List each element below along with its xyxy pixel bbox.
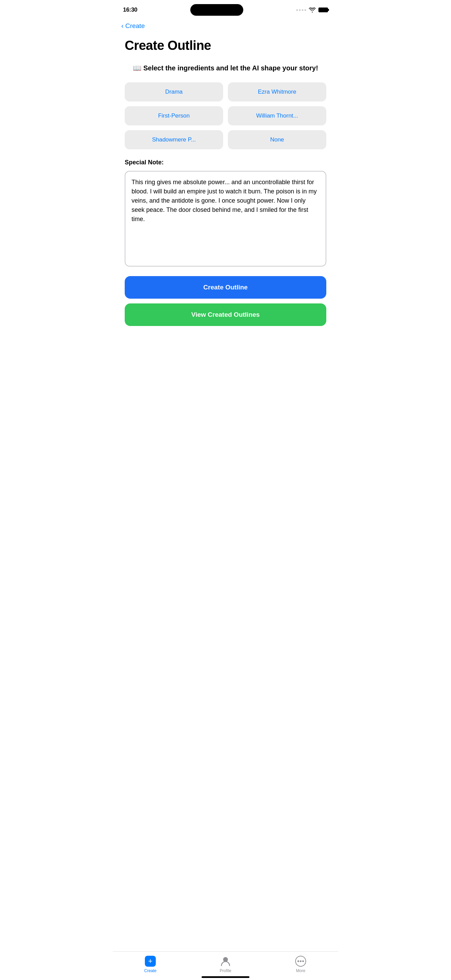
subtitle-text: 📖 Select the ingredients and let the AI … [128,63,323,73]
wifi-icon [309,8,316,13]
battery-icon [318,8,328,12]
ingredient-btn-drama[interactable]: Drama [125,82,223,102]
ingredient-btn-perspective[interactable]: First-Person [125,106,223,126]
nav-back-button[interactable]: ‹ Create [113,19,338,33]
status-bar: 16:30 [113,0,338,19]
ingredient-btn-character1[interactable]: Ezra Whitmore [228,82,326,102]
view-outlines-button[interactable]: View Created Outlines [125,304,326,326]
subtitle-section: 📖 Select the ingredients and let the AI … [125,63,326,73]
create-outline-button[interactable]: Create Outline [125,276,326,299]
ingredient-btn-character2[interactable]: William Thornt... [228,106,326,126]
status-icons [296,8,328,13]
signal-icon [296,9,306,11]
status-time: 16:30 [123,6,137,13]
bottom-spacer [125,326,326,367]
back-chevron-icon: ‹ [121,22,124,30]
page-title: Create Outline [125,38,326,53]
main-content: Create Outline 📖 Select the ingredients … [113,33,338,367]
special-note-box[interactable]: This ring gives me absolute power... and… [125,171,326,267]
notch [190,4,243,16]
special-note-text: This ring gives me absolute power... and… [132,178,319,224]
ingredients-grid: Drama Ezra Whitmore First-Person William… [125,82,326,150]
ingredient-btn-none[interactable]: None [228,130,326,150]
ingredient-btn-setting[interactable]: Shadowmere P... [125,130,223,150]
special-note-label: Special Note: [125,159,326,166]
back-label: Create [125,22,145,30]
